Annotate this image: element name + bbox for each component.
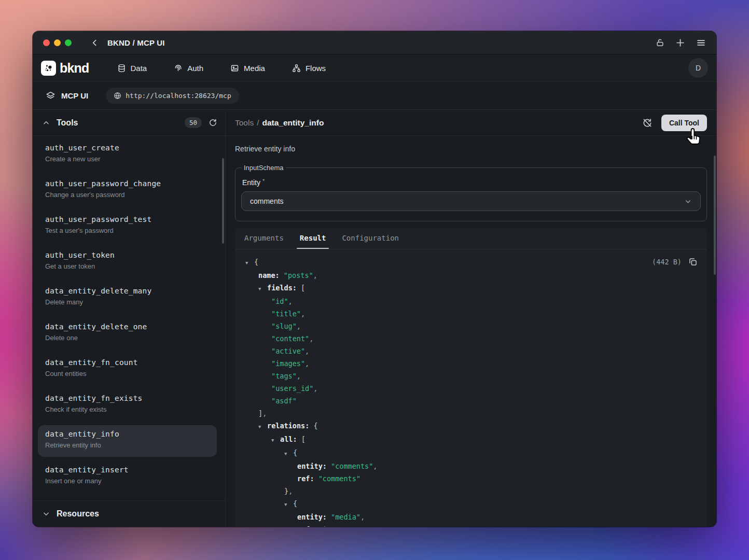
json-segment: all:	[280, 435, 297, 443]
json-line: "title",	[240, 307, 699, 320]
tool-item-auth_user_password_test[interactable]: auth_user_password_testTest a user's pas…	[38, 211, 217, 242]
auto-refresh-off-icon[interactable]	[642, 118, 653, 128]
menu-icon[interactable]	[696, 38, 706, 48]
nav-item-auth[interactable]: Auth	[174, 64, 203, 73]
tool-name: data_entity_delete_many	[45, 287, 210, 295]
server-url[interactable]: http://localhost:28623/mcp	[106, 88, 239, 104]
server-url-text: http://localhost:28623/mcp	[126, 92, 231, 100]
minimize-window-button[interactable]	[54, 39, 61, 46]
json-segment: "id"	[271, 297, 288, 305]
tool-item-data_entity_info[interactable]: data_entity_infoRetrieve entity info	[38, 425, 217, 457]
json-segment	[297, 435, 301, 443]
json-segment: "slug"	[271, 322, 297, 330]
nav-item-data[interactable]: Data	[117, 64, 147, 73]
json-line: ref: "images"	[240, 523, 699, 527]
lock-open-icon[interactable]	[656, 38, 664, 47]
tool-item-data_entity_fn_count[interactable]: data_entity_fn_countCount entities	[38, 354, 217, 385]
json-line: ▼{	[240, 446, 699, 460]
json-segment: ,	[297, 322, 301, 330]
json-segment: }	[284, 487, 288, 495]
page-title: MCP UI	[61, 91, 88, 100]
entity-field-label: Entity*	[242, 178, 701, 187]
nav-item-label: Data	[131, 64, 147, 73]
collapse-caret-icon[interactable]: ▼	[245, 257, 254, 269]
new-tab-icon[interactable]	[675, 38, 685, 48]
nav-items: DataAuthMediaFlows	[117, 64, 326, 73]
tab-arguments[interactable]: Arguments	[243, 228, 285, 249]
required-marker: *	[262, 178, 265, 184]
entity-select-value: comments	[250, 197, 284, 205]
json-segment	[314, 474, 318, 483]
json-line: entity: "media",	[240, 511, 699, 523]
json-segment: {	[293, 449, 297, 457]
json-segment: "comments"	[318, 474, 360, 483]
json-segment: "title"	[271, 310, 301, 318]
resources-section-header[interactable]: Resources	[33, 500, 225, 527]
tool-item-data_entity_fn_exists[interactable]: data_entity_fn_existsCheck if entity exi…	[38, 389, 217, 421]
tool-name: auth_user_create	[45, 144, 210, 152]
json-segment: "posts"	[284, 271, 313, 279]
breadcrumb-current: data_entity_info	[262, 118, 324, 128]
tool-description: Create a new user	[45, 155, 210, 163]
tool-item-auth_user_create[interactable]: auth_user_createCreate a new user	[38, 139, 217, 171]
main-header: Tools / data_entity_info Call Tool	[226, 110, 716, 136]
avatar-initial: D	[696, 64, 701, 72]
tool-name: data_entity_insert	[45, 466, 210, 474]
tool-description: Retrieve entity info	[235, 145, 707, 153]
breadcrumb-separator: /	[257, 118, 259, 128]
refresh-icon[interactable]	[209, 118, 217, 127]
tools-section-label: Tools	[57, 118, 78, 128]
brand-logo[interactable]: bknd	[41, 61, 89, 76]
json-line: ▼{	[240, 497, 699, 511]
main-scrollbar[interactable]	[714, 156, 716, 275]
image-icon	[230, 64, 239, 73]
json-segment: "images"	[318, 525, 352, 527]
collapse-caret-icon[interactable]: ▼	[284, 498, 293, 511]
tab-configuration[interactable]: Configuration	[341, 228, 400, 249]
call-tool-button[interactable]: Call Tool	[661, 115, 707, 131]
json-segment: {	[293, 499, 297, 508]
json-line: "images",	[240, 357, 699, 370]
tool-item-data_entity_delete_one[interactable]: data_entity_delete_oneDelete one	[38, 318, 217, 349]
tool-item-data_entity_insert[interactable]: data_entity_insertInsert one or many	[38, 461, 217, 493]
back-icon[interactable]	[90, 38, 99, 47]
close-window-button[interactable]	[43, 39, 50, 46]
zoom-window-button[interactable]	[65, 39, 72, 46]
tool-description: Check if entity exists	[45, 405, 210, 413]
tab-result[interactable]: Result	[299, 228, 327, 249]
tools-section-header[interactable]: Tools 50	[33, 110, 225, 136]
json-line: ▼fields: [	[240, 282, 699, 295]
json-line: "slug",	[240, 320, 699, 332]
chevron-down-icon	[684, 198, 692, 205]
json-segment	[327, 462, 331, 470]
tool-item-auth_user_token[interactable]: auth_user_tokenGet a user token	[38, 246, 217, 278]
avatar[interactable]: D	[688, 58, 708, 78]
traffic-lights	[43, 39, 72, 46]
json-segment: fields:	[267, 284, 297, 292]
tool-name: data_entity_info	[45, 430, 210, 438]
json-line: "id",	[240, 295, 699, 307]
breadcrumb-tools[interactable]: Tools	[235, 118, 254, 128]
collapse-caret-icon[interactable]: ▼	[258, 421, 267, 433]
json-line: ▼{	[240, 256, 699, 269]
nav-item-flows[interactable]: Flows	[292, 64, 326, 73]
copy-icon[interactable]	[688, 257, 698, 267]
nav-item-media[interactable]: Media	[230, 64, 265, 73]
collapse-caret-icon[interactable]: ▼	[284, 447, 293, 460]
collapse-caret-icon[interactable]: ▼	[258, 283, 267, 295]
json-segment: entity:	[297, 513, 327, 521]
tool-name: data_entity_fn_exists	[45, 394, 210, 402]
collapse-caret-icon[interactable]: ▼	[271, 434, 280, 446]
tool-item-auth_user_password_change[interactable]: auth_user_password_changeChange a user's…	[38, 175, 217, 206]
json-segment: ,	[313, 271, 317, 279]
globe-icon	[114, 92, 121, 100]
sidebar-scrollbar[interactable]	[222, 158, 224, 244]
app-window: BKND / MCP UI bknd DataAuthMediaFlows D	[33, 31, 716, 527]
entity-select[interactable]: comments	[241, 191, 701, 211]
tool-item-data_entity_delete_many[interactable]: data_entity_delete_manyDelete many	[38, 282, 217, 314]
json-line: ref: "comments"	[240, 472, 699, 485]
tool-name: auth_user_password_change	[45, 179, 210, 188]
json-segment: ,	[373, 462, 377, 470]
tool-description: Insert one or many	[45, 477, 210, 485]
json-line: ▼all: [	[240, 433, 699, 446]
